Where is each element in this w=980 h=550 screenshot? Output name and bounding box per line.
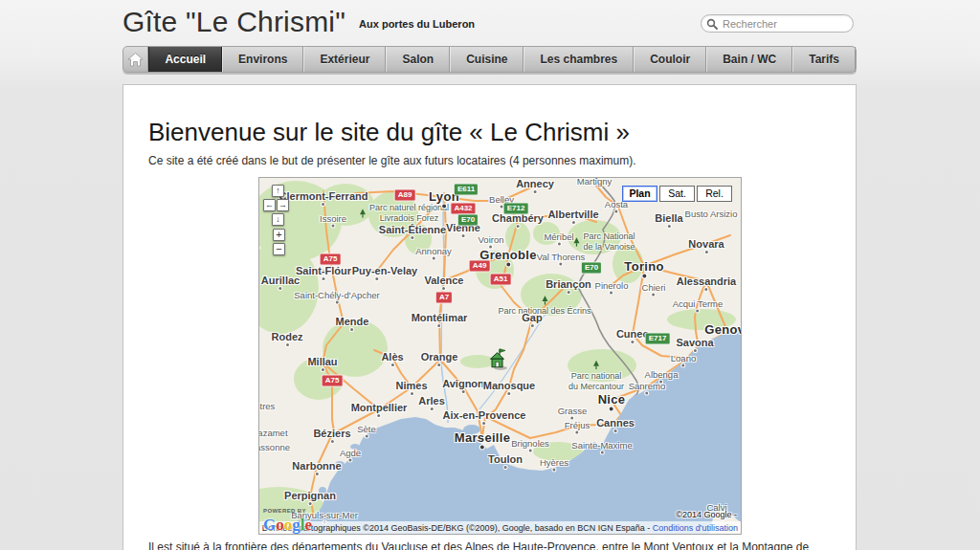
road-badge-e70: E70 bbox=[581, 262, 602, 275]
map-label-gap: Gap bbox=[522, 312, 542, 323]
map-label-rodez: Rodez bbox=[272, 331, 303, 342]
road-badge-a75: A75 bbox=[320, 253, 342, 266]
intro-text: Ce site a été créé dans le but de présen… bbox=[148, 154, 831, 167]
road-badge-a75: A75 bbox=[322, 375, 344, 387]
nav-tab-couloir[interactable]: Couloir bbox=[634, 47, 706, 72]
map-label-fr-jus: Fréjus bbox=[565, 420, 590, 430]
map-label-aurillac: Aurillac bbox=[261, 275, 300, 286]
nav-tab-environs[interactable]: Environs bbox=[222, 47, 303, 72]
road-badge-a432: A432 bbox=[450, 203, 476, 215]
map-label-acqui-terme: Acqui Terme bbox=[673, 298, 724, 309]
map-label-grasse: Grasse bbox=[558, 406, 588, 416]
map-label-martigny: Martigny bbox=[577, 177, 612, 187]
gite-marker[interactable] bbox=[487, 347, 508, 374]
pan-right-button[interactable]: → bbox=[277, 199, 289, 211]
map-label-alessandria: Alessandria bbox=[677, 275, 736, 287]
map-label-annonay: Annonay bbox=[415, 246, 452, 256]
map-label-s-te: Sète bbox=[357, 424, 376, 434]
park-label-parc-national-du-mercantour: Parc nationaldu Mercantour bbox=[568, 361, 624, 392]
road-badge-e717: E717 bbox=[645, 333, 671, 345]
zoom-in-button[interactable]: + bbox=[273, 229, 285, 241]
map-label-albenga: Albenga bbox=[645, 369, 679, 380]
nav-tab-les-chambres[interactable]: Les chambres bbox=[523, 47, 634, 72]
map-type-sat[interactable]: Sat. bbox=[659, 186, 695, 202]
map-label-hy-res: Hyères bbox=[540, 457, 568, 468]
tree-icon bbox=[592, 361, 600, 370]
map-pan-control: ↑ ← → ↓ + − bbox=[263, 185, 296, 257]
attribution-text: Données cartographiques ©2014 GeoBasis-D… bbox=[262, 523, 653, 533]
map-label-voiron: Voiron bbox=[479, 234, 504, 245]
map-label-arles: Arles bbox=[418, 395, 445, 407]
park-label-parc-naturel-r-gional-livradois-forez: Parc naturel régionalLivradois Forez bbox=[359, 203, 449, 224]
map-label-mont-limar: Montélimar bbox=[412, 312, 468, 323]
content-panel: Bienvenue sur le site du gîte « Le Chris… bbox=[122, 84, 857, 550]
map-label-saint-ch-ly-d-apcher: Saint-Chély-d'Apcher bbox=[294, 290, 379, 300]
google-logo[interactable]: Google bbox=[263, 517, 312, 533]
pan-up-button[interactable]: ↑ bbox=[272, 185, 284, 197]
main-nav: AccueilEnvironsExtérieurSalonCuisineLes … bbox=[122, 46, 857, 73]
map-type-plan[interactable]: Plan bbox=[622, 186, 657, 202]
road-badge-e70: E70 bbox=[457, 214, 479, 227]
nav-tab-tarifs[interactable]: Tarifs bbox=[792, 47, 856, 72]
road-badge-a51: A51 bbox=[490, 274, 512, 286]
map-label-perpignan: Perpignan bbox=[284, 490, 336, 501]
map-label-millau: Millau bbox=[307, 356, 337, 367]
map-label-novara: Novara bbox=[688, 238, 724, 250]
map-label-sainte-maxime: Sainte-Maxime bbox=[571, 440, 632, 451]
search-icon bbox=[706, 18, 718, 30]
nav-tab-home[interactable] bbox=[123, 47, 148, 72]
terms-link[interactable]: Conditions d'utilisation bbox=[653, 523, 738, 533]
nav-tab-salon[interactable]: Salon bbox=[386, 47, 450, 72]
map-label-b-ziers: Béziers bbox=[313, 428, 350, 439]
page-title: Bienvenue sur le site du gîte « Le Chris… bbox=[148, 118, 831, 146]
map-label-avignon: Avignon bbox=[442, 378, 484, 389]
map-label-nice: Nice bbox=[598, 392, 626, 407]
map-label-montpellier: Montpellier bbox=[351, 402, 408, 413]
map-label-orange: Orange bbox=[421, 351, 458, 363]
body-text: Il est situé à la frontière des départem… bbox=[148, 540, 831, 550]
map-attribution: Données cartographiques ©2014 GeoBasis-D… bbox=[262, 523, 738, 533]
search-input[interactable] bbox=[721, 15, 849, 32]
park-label-parc-national-de-la-vanoise: Parc Nationalde la Vanoise bbox=[572, 231, 635, 253]
map-label-mende: Mende bbox=[336, 316, 369, 327]
map-label-chieri: Chieri bbox=[642, 282, 666, 293]
site-title: Gîte "Le Chrismi" bbox=[122, 6, 345, 37]
map-canvas[interactable]: LyonGrenobleTorinoMarseilleNiceGenovaCle… bbox=[258, 177, 742, 535]
map-label-m-ribel: Méribel bbox=[544, 231, 573, 242]
map-label-castres: Castres bbox=[258, 401, 275, 411]
map-label-issoire: Issoire bbox=[320, 213, 346, 224]
powered-by-label: POWERED BY bbox=[263, 508, 306, 514]
map-label-sanremo: Sanremo bbox=[629, 381, 666, 391]
road-badge-e712: E712 bbox=[503, 203, 529, 215]
home-icon bbox=[127, 53, 144, 67]
map-type-rel[interactable]: Rel. bbox=[697, 186, 732, 202]
road-badge-a49: A49 bbox=[469, 260, 491, 273]
pan-down-button[interactable]: ↓ bbox=[272, 213, 284, 226]
map-label-saint-flour: Saint-Flour bbox=[296, 265, 351, 276]
map-label-pinerolo: Pinerolo bbox=[595, 280, 629, 291]
nav-tab-bain-wc[interactable]: Bain / WC bbox=[706, 47, 792, 72]
nav-tab-cuisine[interactable]: Cuisine bbox=[450, 47, 523, 72]
map-label-cannes: Cannes bbox=[596, 417, 635, 429]
search-box bbox=[701, 14, 854, 33]
map-label-mazamet: Mazamet bbox=[258, 428, 288, 438]
map-label-saint-tienne: Saint-Étienne bbox=[379, 224, 446, 235]
pan-left-button[interactable]: ← bbox=[263, 199, 276, 211]
zoom-out-button[interactable]: − bbox=[273, 243, 285, 255]
map-label-agde: Agde bbox=[340, 448, 361, 458]
map-label-marseille: Marseille bbox=[455, 430, 510, 445]
map-label-brian-on: Briançon bbox=[546, 278, 591, 290]
map-label-val-thorens: Val Thorens bbox=[537, 252, 585, 262]
map-label-annecy: Annecy bbox=[516, 178, 554, 189]
site-subtitle: Aux portes du Luberon bbox=[359, 18, 475, 30]
road-badge-a89: A89 bbox=[394, 189, 416, 202]
map-label-toulon: Toulon bbox=[488, 453, 523, 465]
map-label-albertville: Albertville bbox=[547, 209, 598, 220]
map-label-aix-en-provence: Aix-en-Provence bbox=[443, 409, 526, 421]
map-label-manosque: Manosque bbox=[483, 380, 535, 391]
nav-tab-accueil[interactable]: Accueil bbox=[148, 47, 222, 72]
nav-tab-ext-rieur[interactable]: Extérieur bbox=[303, 47, 386, 72]
map-label-brignoles: Brignoles bbox=[511, 438, 549, 449]
map-label-genova: Genova bbox=[704, 322, 742, 337]
tree-icon bbox=[359, 209, 367, 218]
